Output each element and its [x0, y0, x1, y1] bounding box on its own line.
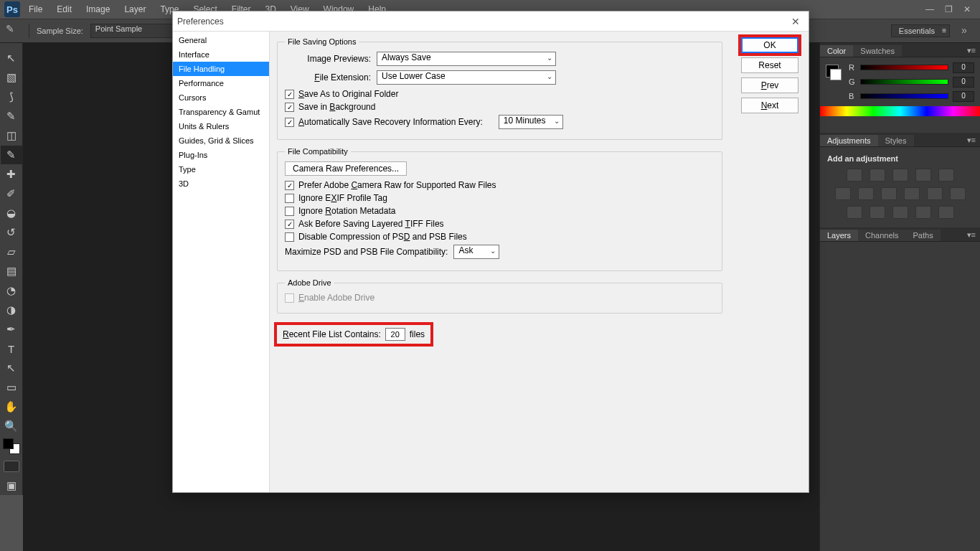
close-icon[interactable]: ✕ — [787, 14, 804, 29]
tab-styles[interactable]: Styles — [878, 135, 914, 146]
menu-edit[interactable]: Edit — [51, 3, 77, 16]
adj-thresh-icon[interactable] — [892, 206, 908, 219]
move-tool[interactable]: ↖ — [1, 49, 22, 67]
search-icon[interactable]: » — [961, 24, 974, 37]
history-brush-tool[interactable]: ↺ — [1, 223, 22, 242]
autosave-checkbox[interactable]: ✓ — [285, 118, 294, 127]
panel-menu-icon[interactable]: ▾≡ — [963, 134, 980, 146]
next-button[interactable]: Next — [741, 98, 798, 113]
adj-bw-icon[interactable] — [881, 187, 897, 200]
gradient-tool[interactable]: ▤ — [1, 262, 22, 281]
color-spectrum[interactable] — [820, 106, 980, 116]
tab-paths[interactable]: Paths — [906, 230, 941, 241]
adobe-drive-legend: Adobe Drive — [285, 278, 334, 287]
color-fgbg-icon[interactable] — [826, 65, 839, 77]
nav-plugins[interactable]: Plug-Ins — [173, 148, 269, 162]
ask-tiff-checkbox[interactable]: ✓ — [285, 220, 294, 229]
b-value[interactable]: 0 — [953, 91, 974, 102]
screen-mode-toggle[interactable]: ▣ — [1, 476, 22, 495]
hand-tool[interactable]: ✋ — [1, 397, 22, 416]
workspace-select[interactable]: Essentials — [891, 24, 950, 37]
nav-performance[interactable]: Performance — [173, 76, 269, 90]
menu-layer[interactable]: Layer — [118, 3, 151, 16]
menu-file[interactable]: File — [23, 3, 48, 16]
panel-menu-icon[interactable]: ▾≡ — [963, 44, 980, 57]
marquee-tool[interactable]: ▧ — [1, 68, 22, 87]
ok-button[interactable]: OK — [741, 37, 798, 53]
image-previews-select[interactable]: Always Save⌄ — [377, 52, 556, 66]
adj-vibrance-icon[interactable] — [938, 169, 954, 182]
quickselect-tool[interactable]: ✎ — [1, 107, 22, 126]
nav-transparency[interactable]: Transparency & Gamut — [173, 105, 269, 119]
nav-cursors[interactable]: Cursors — [173, 90, 269, 105]
adj-invert-icon[interactable] — [847, 206, 862, 219]
autosave-interval-select[interactable]: 10 Minutes⌄ — [499, 115, 563, 129]
adj-hue-icon[interactable] — [835, 187, 851, 200]
blur-tool[interactable]: ◔ — [1, 281, 22, 300]
zoom-tool[interactable]: 🔍 — [1, 417, 22, 435]
brush-tool[interactable]: ✐ — [1, 184, 22, 203]
b-slider[interactable] — [860, 93, 948, 99]
tab-swatches[interactable]: Swatches — [853, 45, 902, 57]
r-value[interactable]: 0 — [953, 62, 974, 73]
nav-guides[interactable]: Guides, Grid & Slices — [173, 133, 269, 148]
nav-file-handling[interactable]: File Handling — [173, 62, 269, 76]
dodge-tool[interactable]: ◑ — [1, 301, 22, 319]
path-select-tool[interactable]: ↖ — [1, 359, 22, 377]
max-compat-select[interactable]: Ask⌄ — [453, 245, 499, 259]
adj-levels-icon[interactable] — [870, 169, 885, 182]
g-slider[interactable] — [860, 79, 948, 85]
eyedropper-tool[interactable]: ✎ — [1, 146, 22, 164]
adj-curves-icon[interactable] — [892, 169, 908, 182]
prev-button[interactable]: Prev — [741, 77, 798, 93]
nav-type[interactable]: Type — [173, 162, 269, 176]
adj-exposure-icon[interactable] — [915, 169, 931, 182]
pen-tool[interactable]: ✒ — [1, 320, 22, 339]
eraser-tool[interactable]: ▱ — [1, 242, 22, 261]
clone-tool[interactable]: ◒ — [1, 204, 22, 222]
ignore-exif-checkbox[interactable] — [285, 194, 294, 203]
tab-layers[interactable]: Layers — [820, 230, 858, 241]
adj-brightness-icon[interactable] — [847, 169, 862, 182]
adj-lookup-icon[interactable] — [950, 187, 966, 200]
nav-interface[interactable]: Interface — [173, 47, 269, 62]
lasso-tool[interactable]: ⟆ — [1, 88, 22, 106]
save-original-checkbox[interactable]: ✓ — [285, 90, 294, 99]
panel-menu-icon[interactable]: ▾≡ — [963, 229, 980, 241]
type-tool[interactable]: T — [1, 339, 22, 358]
adj-gradmap-icon[interactable] — [915, 206, 931, 219]
ignore-rotation-checkbox[interactable] — [285, 207, 294, 216]
maximize-icon[interactable]: ❐ — [943, 4, 954, 14]
close-icon[interactable]: ✕ — [961, 4, 973, 14]
nav-general[interactable]: General — [173, 33, 269, 47]
adj-selcol-icon[interactable] — [938, 206, 954, 219]
sample-size-select[interactable]: Point Sample — [90, 24, 184, 38]
adj-colbal-icon[interactable] — [858, 187, 874, 200]
adj-chmix-icon[interactable] — [927, 187, 943, 200]
adj-poster-icon[interactable] — [870, 206, 885, 219]
recent-file-count-input[interactable] — [385, 328, 405, 341]
shape-tool[interactable]: ▭ — [1, 378, 22, 397]
prefer-raw-checkbox[interactable]: ✓ — [285, 181, 294, 190]
menu-image[interactable]: Image — [80, 3, 116, 16]
tab-channels[interactable]: Channels — [858, 230, 905, 241]
file-extension-select[interactable]: Use Lower Case⌄ — [377, 70, 556, 85]
adj-photo-icon[interactable] — [904, 187, 920, 200]
prefs-buttons: OK Reset Prev Next — [741, 37, 798, 113]
healing-tool[interactable]: ✚ — [1, 165, 22, 184]
disable-compression-checkbox[interactable] — [285, 232, 294, 242]
nav-3d[interactable]: 3D — [173, 176, 269, 191]
quickmask-toggle[interactable] — [1, 457, 22, 476]
tab-color[interactable]: Color — [820, 45, 853, 57]
camera-raw-prefs-button[interactable]: Camera Raw Preferences... — [285, 161, 407, 176]
save-bg-checkbox[interactable]: ✓ — [285, 103, 294, 112]
minimize-icon[interactable]: — — [924, 4, 936, 14]
prefs-content: OK Reset Prev Next File Saving Options I… — [270, 32, 809, 492]
nav-units[interactable]: Units & Rulers — [173, 119, 269, 133]
g-value[interactable]: 0 — [953, 77, 974, 88]
tab-adjustments[interactable]: Adjustments — [820, 135, 878, 146]
foreground-background-colors[interactable] — [1, 436, 22, 456]
r-slider[interactable] — [860, 65, 948, 70]
reset-button[interactable]: Reset — [741, 57, 798, 73]
crop-tool[interactable]: ◫ — [1, 126, 22, 145]
